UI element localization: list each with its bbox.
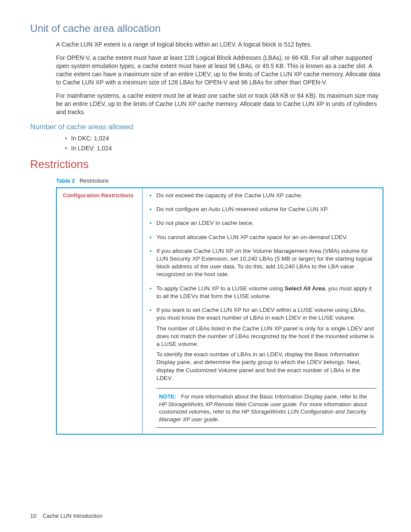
restriction-item: If you want to set Cache LUN XP for an L… [156, 306, 377, 382]
restriction-subtext: The number of LBAs listed in the Cache L… [156, 325, 377, 348]
restriction-item: If you allocate Cache LUN XP on the Volu… [156, 247, 377, 279]
subheading-number-cache-areas: Number of cache areas allowed [30, 122, 381, 132]
note-label: NOTE: [159, 393, 176, 400]
table-cell-content: Do not exceed the capacity of the Cache … [143, 188, 383, 434]
list-item: In DKC: 1,024 [71, 134, 381, 143]
note-box: NOTE: For more information about the Bas… [156, 388, 377, 428]
restrictions-table: Configuration Restrictions Do not exceed… [56, 187, 383, 435]
paragraph: A Cache LUN XP extent is a range of logi… [56, 40, 381, 49]
section-heading-unit-cache: Unit of cache area allocation [30, 22, 381, 35]
restriction-item: Do not exceed the capacity of the Cache … [156, 192, 377, 199]
restriction-subtext: To identify the exact number of LBAs in … [156, 351, 377, 382]
restriction-item: You cannot allocate Cache LUN XP cache s… [156, 233, 377, 241]
restriction-item: Do not configure an Auto LUN reserved vo… [156, 205, 377, 213]
paragraph: For mainframe systems, a cache extent mu… [56, 92, 381, 116]
table-row-header: Configuration Restrictions [56, 188, 143, 434]
restriction-item: Do not place an LDEV in cache twice. [156, 219, 377, 227]
section-heading-restrictions: Restrictions [30, 157, 381, 172]
table-caption: Table 2 Restrictions [56, 177, 381, 185]
cache-areas-list: In DKC: 1,024 In LDEV: 1,024 [30, 134, 381, 152]
table-label: Table 2 [56, 177, 75, 184]
restriction-item: To apply Cache LUN XP to a LUSE volume u… [156, 285, 377, 300]
table-title: Restrictions [80, 177, 109, 184]
list-item: In LDEV: 1,024 [71, 144, 381, 152]
paragraph: For OPEN-V, a cache extent must have at … [56, 54, 381, 87]
